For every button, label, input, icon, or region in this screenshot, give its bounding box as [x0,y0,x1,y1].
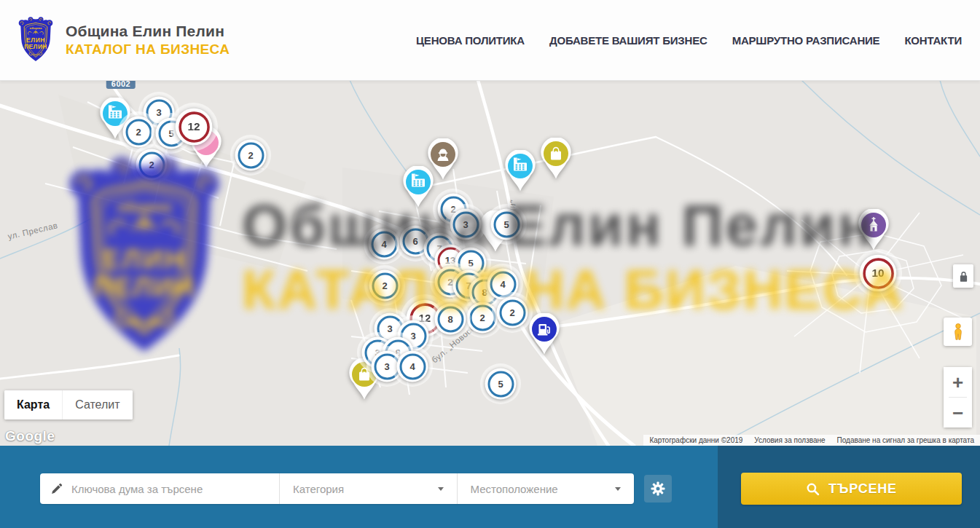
cluster-bubble: 10 [860,255,897,292]
cluster-count: 12 [179,111,209,142]
street-view-lock-control[interactable] [953,264,973,288]
main-nav: ЦЕНОВА ПОЛИТИКА ДОБАВЕТЕ ВАШИЯТ БИЗНЕС М… [416,0,962,80]
cluster-count: 2 [499,299,525,326]
cluster-count: 5 [487,371,514,397]
cluster-count: 2 [125,119,152,145]
cluster-bubble: 12 [176,109,213,146]
cluster-bubble: 2 [497,297,528,328]
cluster-count: 8 [437,306,463,332]
cluster-marker[interactable]: 4 [392,346,433,387]
pegman-control[interactable] [944,318,972,346]
attribution-copyright: Картографски данни ©2019 [649,436,742,444]
gear-icon [651,481,665,496]
cluster-marker[interactable]: 5 [480,363,521,404]
cluster-count: 2 [238,142,264,168]
cluster-bubble: 2 [123,117,154,148]
search-fields: Категория Местоположение [40,473,634,504]
cluster-bubble: 4 [397,351,428,382]
nav-contacts[interactable]: КОНТАКТИ [904,34,962,47]
nav-pricing-policy[interactable]: ЦЕНОВА ПОЛИТИКА [416,34,525,47]
location-select[interactable]: Местоположение [458,473,635,504]
google-logo[interactable]: Google [5,428,55,444]
advanced-search-button[interactable] [644,475,672,503]
cluster-bubble: 5 [491,209,522,240]
nav-route-schedule[interactable]: МАРШРУТНО РАЗПИСАНИЕ [732,34,880,47]
cluster-marker[interactable]: 2 [364,265,405,306]
search-button-label: ТЪРСЕНЕ [828,481,897,497]
keyword-field[interactable] [40,473,280,504]
chevron-down-icon [615,487,621,491]
cluster-bubble: 2 [136,149,168,181]
brand-title: Община Елин Пелин [66,23,230,40]
cluster-marker[interactable]: 5 [486,204,527,245]
church-pin[interactable] [857,209,890,251]
search-button[interactable]: ТЪРСЕНЕ [741,473,962,505]
brand-text: Община Елин Пелин КАТАЛОГ НА БИЗНЕСА [66,23,230,58]
municipality-crest-logo: община ЕЛИН ПЕЛИН [16,16,55,64]
cluster-count: 4 [371,231,397,257]
factory-pin[interactable] [401,166,435,208]
cluster-marker[interactable]: 2 [492,292,533,333]
brand-subtitle: КАТАЛОГ НА БИЗНЕСА [66,42,230,58]
pegman-icon [950,323,966,342]
cluster-bubble: 2 [369,270,401,302]
report-map-error-link[interactable]: Подаване на сигнал за грешка в картата [837,436,974,444]
map-canvas[interactable]: 6002ул. Преславбул. „Новоселлци" 3251222… [0,80,980,446]
cluster-marker[interactable]: 8 [430,299,471,339]
cluster-bubble: 2 [235,140,267,171]
zoom-out-button[interactable]: − [944,398,972,427]
cluster-count: 2 [138,151,165,178]
chevron-down-icon [438,487,444,491]
zoom-control: + − [944,367,972,427]
lock-icon [958,270,969,283]
svg-text:ПЕЛИН: ПЕЛИН [24,43,47,50]
cluster-marker[interactable]: 10 [854,249,902,297]
cluster-count: 5 [493,211,520,237]
keyword-input[interactable] [70,482,270,496]
pencil-icon [50,483,63,495]
header: община ЕЛИН ПЕЛИН Община Елин Пелин КАТА… [0,0,980,81]
cluster-marker[interactable]: 12 [170,103,218,151]
search-icon [806,482,820,496]
map-attribution: Картографски данни ©2019 Условия за полз… [643,435,980,446]
category-select[interactable]: Категория [280,473,458,504]
cluster-count: 2 [372,272,398,299]
svg-text:община: община [30,26,42,30]
zoom-in-button[interactable]: + [944,367,972,397]
page: община ЕЛИН ПЕЛИН Община Елин Пелин КАТА… [0,0,980,528]
cluster-bubble: 8 [435,304,466,335]
search-bar: Категория Местоположение [0,446,980,528]
cluster-count: 10 [863,258,893,288]
terms-of-use-link[interactable]: Условия за ползване [754,436,825,444]
search-panel: ТЪРСЕНЕ [718,446,980,528]
cluster-marker[interactable]: 2 [230,135,271,176]
map-type-control: Карта Сателит [4,390,133,419]
map-type-satellite-button[interactable]: Сателит [62,390,132,419]
bag-pin[interactable] [539,138,573,180]
location-select-value: Местоположение [471,483,558,495]
map-type-map-button[interactable]: Карта [4,390,62,419]
factory-pin[interactable] [503,150,537,192]
markers-layer: 32512222354671352278422128333834510 [0,80,980,446]
cluster-bubble: 5 [485,369,517,400]
category-select-value: Категория [293,483,344,495]
cluster-marker[interactable]: 2 [131,144,172,185]
cluster-count: 4 [399,353,426,379]
brand[interactable]: община ЕЛИН ПЕЛИН Община Елин Пелин КАТА… [16,16,230,64]
nav-add-your-business[interactable]: ДОБАВЕТЕ ВАШИЯТ БИЗНЕС [549,34,707,47]
